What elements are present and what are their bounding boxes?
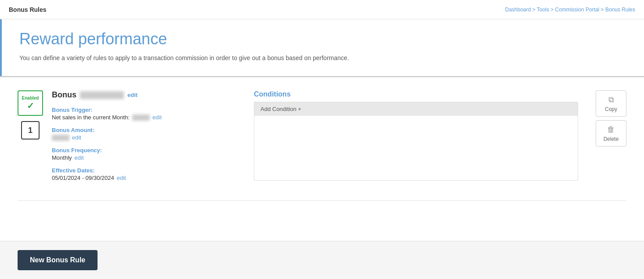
conditions-box: Add Condition + [254,102,578,181]
bonus-frequency-label: Bonus Frequency: [52,147,245,154]
breadcrumb: Dashboard > Tools > Commission Portal > … [505,7,635,13]
action-buttons: ⧉ Copy 🗑 Delete [596,90,626,147]
top-nav: Bonus Rules Dashboard > Tools > Commissi… [0,0,644,19]
bonus-amount-edit-link[interactable]: edit [72,134,81,141]
conditions-section: Conditions Add Condition + [254,90,578,181]
copy-label: Copy [605,106,617,112]
rule-name-row: Bonus edit [52,90,245,100]
bonus-frequency-edit-link[interactable]: edit [75,154,84,161]
page-title: Reward performance [19,30,626,48]
nav-page-title: Bonus Rules [9,6,47,13]
effective-dates-label: Effective Dates: [52,167,245,174]
effective-dates-text: 05/01/2024 - 09/30/2024 [52,175,114,181]
bonus-rule-card: Enabled ✓ 1 Bonus edit Bonus Trigger: N [18,90,626,201]
conditions-title: Conditions [254,90,578,98]
rule-details: Bonus edit Bonus Trigger: Net sales in t… [52,90,245,187]
bonus-trigger-label: Bonus Trigger: [52,107,245,113]
header-section: Reward performance You can define a vari… [0,19,644,76]
main-content: Enabled ✓ 1 Bonus edit Bonus Trigger: N [0,76,644,241]
bonus-frequency-value: Monthly edit [52,154,245,161]
add-condition-row[interactable]: Add Condition + [254,102,578,116]
bonus-frequency-text: Monthly [52,154,72,161]
rule-name-blurred [80,91,124,99]
trash-icon: 🗑 [607,125,615,134]
left-indicators: Enabled ✓ 1 [18,90,43,140]
checkmark-icon: ✓ [27,100,34,111]
bonus-trigger-value: Net sales in the current Month: edit [52,114,245,121]
bonus-trigger-block: Bonus Trigger: Net sales in the current … [52,107,245,121]
order-badge: 1 [21,121,40,140]
delete-label: Delete [604,136,619,142]
enabled-badge: Enabled ✓ [18,90,43,116]
effective-dates-edit-link[interactable]: edit [117,175,126,181]
header-description: You can define a variety of rules to app… [19,54,626,63]
bonus-amount-blurred [52,135,69,141]
footer-section: New Bonus Rule [0,241,644,279]
enabled-label: Enabled [22,96,39,100]
rule-name-edit-link[interactable]: edit [127,92,137,98]
bonus-trigger-edit-link[interactable]: edit [152,114,162,121]
copy-button[interactable]: ⧉ Copy [596,90,626,117]
new-bonus-rule-button[interactable]: New Bonus Rule [18,250,98,270]
add-condition-label: Add Condition + [260,106,301,112]
bonus-frequency-block: Bonus Frequency: Monthly edit [52,147,245,161]
effective-dates-block: Effective Dates: 05/01/2024 - 09/30/2024… [52,167,245,181]
bonus-amount-value: edit [52,134,245,141]
rule-name-prefix: Bonus [52,90,76,100]
delete-button[interactable]: 🗑 Delete [596,120,626,147]
order-number: 1 [28,126,33,135]
copy-icon: ⧉ [608,95,614,104]
effective-dates-value: 05/01/2024 - 09/30/2024 edit [52,175,245,181]
bonus-amount-label: Bonus Amount: [52,127,245,133]
bonus-trigger-text-pre: Net sales in the current Month: [52,114,130,121]
bonus-amount-block: Bonus Amount: edit [52,127,245,141]
bonus-trigger-blurred [132,114,150,121]
page-wrapper: Bonus Rules Dashboard > Tools > Commissi… [0,0,644,279]
